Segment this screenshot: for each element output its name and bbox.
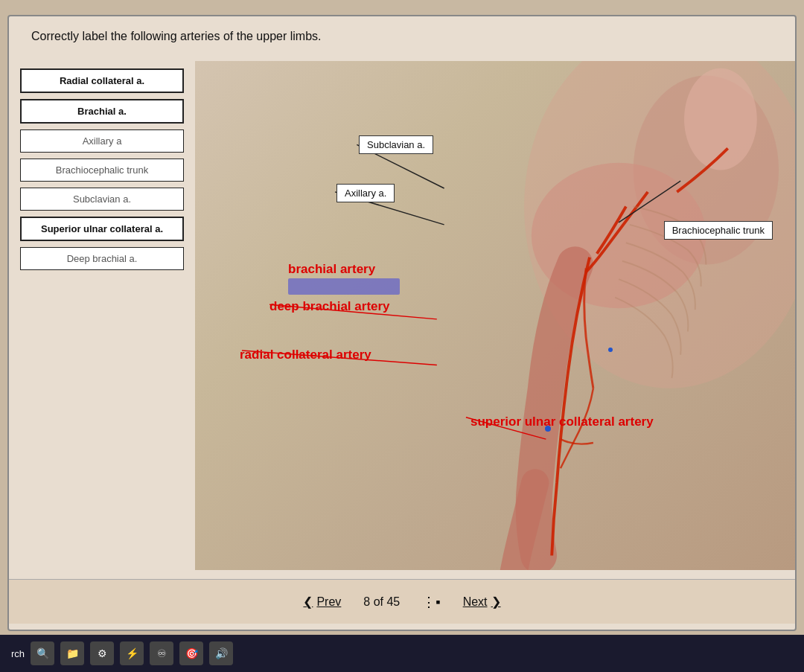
grid-icon[interactable]: ⋮▪ xyxy=(422,594,440,610)
anatomy-image: Subclavian a. Axillary a. Brachiocephali… xyxy=(195,61,795,570)
annotation-radial-collateral: radial collateral artery xyxy=(240,348,371,362)
taskbar: rch 🔍 📁 ⚙ ⚡ ♾ 🎯 🔊 xyxy=(0,635,804,672)
instruction-text: Correctly label the following arteries o… xyxy=(31,30,322,43)
prev-button[interactable]: ❮ Prev xyxy=(303,595,341,609)
annotation-deep-brachial: deep brachial artery xyxy=(269,299,390,314)
placed-label-subclavian[interactable]: Subclavian a. xyxy=(359,135,433,154)
label-axillary[interactable]: Axillary a xyxy=(20,129,184,153)
label-subclavian[interactable]: Subclavian a. xyxy=(20,188,184,211)
prev-chevron-icon: ❮ xyxy=(303,595,313,609)
label-superior-ulnar[interactable]: Superior ulnar collateral a. xyxy=(20,217,184,241)
placed-label-brachiocephalic[interactable]: Brachiocephalic trunk xyxy=(664,221,773,240)
main-screen: Correctly label the following arteries o… xyxy=(7,15,797,631)
label-deep-brachial[interactable]: Deep brachial a. xyxy=(20,247,184,270)
next-button[interactable]: Next ❯ xyxy=(463,595,501,609)
label-brachiocephalic-trunk[interactable]: Brachiocephalic trunk xyxy=(20,159,184,182)
page-info: 8 of 45 xyxy=(363,595,400,609)
annotation-brachial-artery: brachial artery xyxy=(288,262,375,277)
search-text: rch xyxy=(11,648,25,659)
left-label-panel: Radial collateral a. Brachial a. Axillar… xyxy=(20,68,184,270)
label-brachial[interactable]: Brachial a. xyxy=(20,99,184,124)
taskbar-search-icon[interactable]: 🔍 xyxy=(31,641,54,665)
navigation-bar: ❮ Prev 8 of 45 ⋮▪ Next ❯ xyxy=(9,579,795,624)
taskbar-icon-1[interactable]: ⚙ xyxy=(90,641,114,665)
taskbar-icon-4[interactable]: 🎯 xyxy=(179,641,203,665)
taskbar-icon-5[interactable]: 🔊 xyxy=(209,641,233,665)
taskbar-icon-3[interactable]: ♾ xyxy=(150,641,173,665)
annotation-superior-ulnar: superior ulnar collateral artery xyxy=(470,415,654,429)
taskbar-icon-2[interactable]: ⚡ xyxy=(120,641,144,665)
label-radial-collateral[interactable]: Radial collateral a. xyxy=(20,68,184,93)
next-chevron-icon: ❯ xyxy=(491,595,501,609)
placed-label-axillary[interactable]: Axillary a. xyxy=(336,184,395,202)
taskbar-files-icon[interactable]: 📁 xyxy=(60,641,84,665)
